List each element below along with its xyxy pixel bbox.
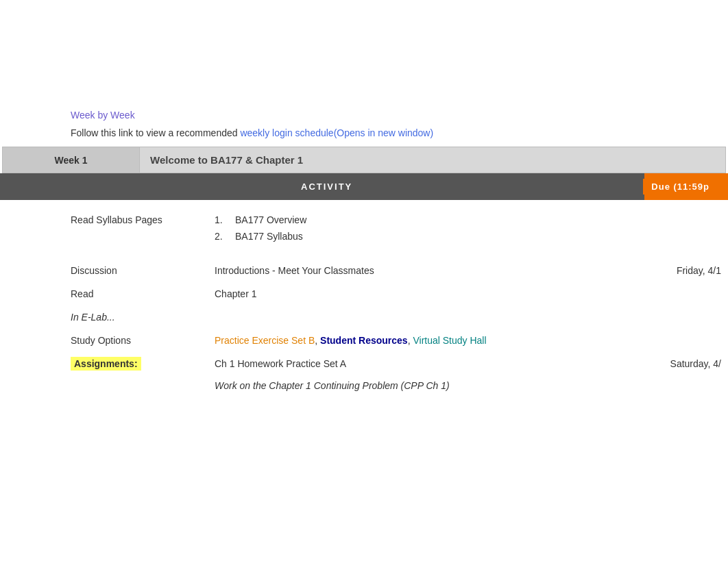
- week-table: Week 1 Welcome to BA177 & Chapter 1: [2, 147, 726, 173]
- due-label: Due (11:59p: [643, 179, 718, 195]
- practice-exercise-link[interactable]: Practice Exercise Set B: [215, 335, 315, 346]
- discussion-content: Introductions - Meet Your Classmates: [215, 265, 673, 276]
- read-syllabus-label: Read Syllabus Pages: [71, 214, 215, 225]
- read-label: Read: [71, 288, 215, 299]
- syllabus-item-2: 2. BA177 Syllabus: [215, 231, 728, 242]
- study-content: Practice Exercise Set B, Student Resourc…: [215, 335, 728, 346]
- study-label: Study Options: [71, 335, 215, 346]
- follow-text: Follow this link to view a recommended w…: [71, 127, 728, 138]
- page-container: Week by Week Follow this link to view a …: [0, 0, 728, 405]
- read-content: Chapter 1: [215, 288, 673, 299]
- virtual-study-hall-link[interactable]: Virtual Study Hall: [413, 335, 486, 346]
- week-title: Welcome to BA177 & Chapter 1: [140, 147, 726, 173]
- week-header-row: Week 1 Welcome to BA177 & Chapter 1: [3, 147, 726, 173]
- syllabus-text-1: BA177 Overview: [235, 214, 306, 225]
- syllabus-item-1: 1. BA177 Overview: [215, 214, 728, 225]
- study-row: Study Options Practice Exercise Set B, S…: [71, 331, 728, 349]
- assignments-label-container: Assignments:: [71, 358, 215, 369]
- content-area: Read Syllabus Pages 1. BA177 Overview 2.…: [0, 200, 728, 405]
- syllabus-num-2: 2.: [215, 231, 235, 242]
- work-on-row: Work on the Chapter 1 Continuing Problem…: [71, 377, 728, 395]
- assignments-label: Assignments:: [71, 357, 141, 371]
- assignments-content: Ch 1 Homework Practice Set A: [215, 358, 670, 369]
- activity-bar: ACTIVITY Due (11:59p: [0, 173, 728, 200]
- elab-label: In E-Lab...: [71, 312, 215, 323]
- read-row: Read Chapter 1: [71, 285, 728, 303]
- assignments-row: Assignments: Ch 1 Homework Practice Set …: [71, 355, 728, 373]
- schedule-link[interactable]: weekly login schedule(Opens in new windo…: [240, 127, 433, 138]
- discussion-row: Discussion Introductions - Meet Your Cla…: [71, 262, 728, 279]
- syllabus-list: 1. BA177 Overview 2. BA177 Syllabus: [215, 214, 728, 242]
- assignments-due: Saturday, 4/: [670, 358, 728, 369]
- activity-label: ACTIVITY: [10, 182, 643, 192]
- discussion-due: Friday, 4/1: [673, 265, 728, 276]
- syllabus-text-2: BA177 Syllabus: [235, 231, 303, 242]
- discussion-label: Discussion: [71, 265, 215, 276]
- student-resources-link[interactable]: Student Resources: [320, 335, 408, 346]
- week-by-week-link[interactable]: Week by Week: [71, 110, 728, 121]
- syllabus-list-container: 1. BA177 Overview 2. BA177 Syllabus: [215, 214, 728, 247]
- week-label: Week 1: [3, 147, 140, 173]
- read-syllabus-row: Read Syllabus Pages 1. BA177 Overview 2.…: [71, 210, 728, 251]
- elab-row: In E-Lab...: [71, 308, 728, 326]
- syllabus-num-1: 1.: [215, 214, 235, 225]
- work-on-content: Work on the Chapter 1 Continuing Problem…: [215, 380, 728, 391]
